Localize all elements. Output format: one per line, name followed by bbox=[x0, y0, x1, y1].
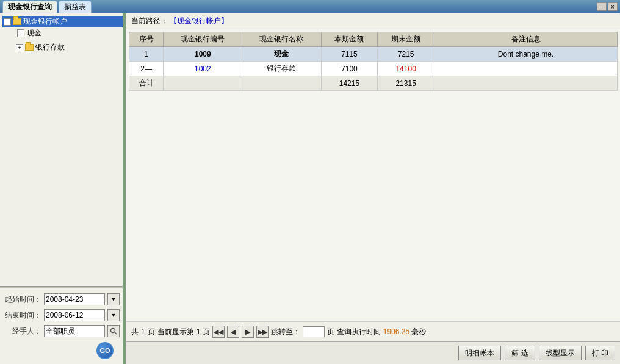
pagination-jump-input[interactable] bbox=[303, 326, 325, 337]
filter-row-end: 结束时间： ▼ bbox=[5, 309, 121, 321]
tree-node-bank[interactable]: + 银行存款 bbox=[15, 41, 123, 53]
tree-children: 现金 + 银行存款 bbox=[2, 27, 123, 53]
breadcrumb-bar: 当前路径： 【现金银行帐户】 bbox=[126, 13, 620, 29]
cell-total-current-amt: 14215 bbox=[321, 76, 378, 91]
cell-seq-2: 2— bbox=[129, 62, 164, 76]
cell-name-2: 银行存款 bbox=[242, 62, 321, 76]
cell-total-empty-code bbox=[164, 76, 242, 91]
page-prev-button[interactable]: ◀ bbox=[227, 326, 239, 338]
col-header-seq: 序号 bbox=[129, 32, 164, 47]
tree-label-cash: 现金 bbox=[27, 28, 41, 38]
folder-icon-root bbox=[12, 18, 22, 26]
doc-icon-cash bbox=[16, 29, 26, 38]
table-area: 序号 现金银行编号 现金银行名称 本期金额 期末金额 备注信息 1 1009 现… bbox=[126, 29, 620, 321]
table-row: 2— 1002 银行存款 7100 14100 bbox=[129, 62, 618, 76]
cell-total-empty-notes bbox=[434, 76, 618, 91]
cell-total-label: 合计 bbox=[129, 76, 164, 91]
pagination-current-page: 1 bbox=[196, 327, 201, 336]
cell-code-2[interactable]: 1002 bbox=[164, 62, 242, 76]
svg-line-1 bbox=[115, 332, 117, 334]
print-button[interactable]: 打 印 bbox=[585, 346, 615, 360]
tree-node-cash[interactable]: 现金 bbox=[15, 27, 123, 39]
handler-search-button[interactable] bbox=[107, 325, 120, 337]
page-next-button[interactable]: ▶ bbox=[242, 326, 254, 338]
close-button[interactable]: × bbox=[608, 2, 618, 11]
col-header-name: 现金银行名称 bbox=[242, 32, 321, 47]
detail-ledger-button[interactable]: 明细帐本 bbox=[458, 346, 501, 360]
pagination-total-text: 共 bbox=[131, 327, 139, 337]
tab-cash-bank[interactable]: 现金银行查询 bbox=[2, 1, 57, 13]
tree-label-bank: 银行存款 bbox=[35, 42, 65, 52]
title-bar: 现金银行查询 损益表 − × bbox=[0, 0, 620, 13]
filter-row-start: 起始时间： ▼ bbox=[5, 293, 121, 305]
table-header-row: 序号 现金银行编号 现金银行名称 本期金额 期末金额 备注信息 bbox=[129, 32, 618, 47]
tree-toggle-root[interactable]: - bbox=[4, 18, 11, 26]
title-tabs: 现金银行查询 损益表 bbox=[2, 1, 92, 13]
data-table: 序号 现金银行编号 现金银行名称 本期金额 期末金额 备注信息 1 1009 现… bbox=[129, 32, 618, 91]
cell-seq-1: 1 bbox=[129, 47, 164, 62]
tree-area: - 现金银行帐户 现金 + bbox=[0, 13, 126, 286]
pagination-total-pages: 1 bbox=[141, 327, 145, 336]
pagination-jump-label: 跳转至： bbox=[271, 327, 300, 337]
pagination-current-unit: 页 bbox=[203, 327, 210, 337]
page-first-button[interactable]: ◀◀ bbox=[212, 326, 225, 338]
filter-button[interactable]: 筛 选 bbox=[505, 346, 535, 360]
search-icon bbox=[110, 327, 117, 335]
tab-profit-loss[interactable]: 损益表 bbox=[59, 1, 92, 13]
handler-label: 经手人： bbox=[5, 326, 41, 337]
pagination-query-time-label: 查询执行时间 1906.25 毫秒 bbox=[337, 327, 426, 337]
folder-icon-bank bbox=[24, 43, 34, 52]
right-panel: 当前路径： 【现金银行帐户】 序号 现金银行编号 现金银行名称 本期金额 期末金… bbox=[126, 13, 620, 364]
go-button[interactable]: GO bbox=[96, 342, 114, 359]
pagination-total-unit: 页 bbox=[148, 327, 155, 337]
cell-current-amt-2: 7100 bbox=[321, 62, 378, 76]
table-row: 1 1009 现金 7115 7215 Dont change me. bbox=[129, 47, 618, 62]
line-display-button[interactable]: 线型显示 bbox=[539, 346, 582, 360]
main-container: - 现金银行帐户 现金 + bbox=[0, 13, 620, 364]
cell-name-1: 现金 bbox=[242, 47, 321, 62]
cell-notes-1: Dont change me. bbox=[434, 47, 618, 62]
col-header-notes: 备注信息 bbox=[434, 32, 618, 47]
tree-root-label: 现金银行帐户 bbox=[23, 16, 67, 27]
vertical-accent bbox=[123, 13, 126, 364]
minimize-button[interactable]: − bbox=[597, 2, 607, 11]
tree-root-node[interactable]: - 现金银行帐户 bbox=[2, 16, 123, 27]
start-time-dropdown[interactable]: ▼ bbox=[107, 293, 120, 305]
title-controls: − × bbox=[597, 2, 618, 11]
svg-point-0 bbox=[111, 329, 115, 333]
cell-total-end-amt: 21315 bbox=[378, 76, 434, 91]
pagination-bar: 共 1 页 当前显示第 1 页 ◀◀ ◀ ▶ ▶▶ 跳转至： 页 查询执行时间 … bbox=[126, 321, 620, 341]
end-time-dropdown[interactable]: ▼ bbox=[107, 309, 120, 321]
title-bar-left: 现金银行查询 损益表 bbox=[2, 1, 92, 13]
pagination-page-unit: 页 bbox=[327, 327, 334, 337]
end-time-label: 结束时间： bbox=[5, 310, 41, 321]
cell-end-amt-1: 7215 bbox=[378, 47, 434, 62]
cell-total-empty-name bbox=[242, 76, 321, 91]
filter-row-handler: 经手人： bbox=[5, 325, 121, 337]
bottom-toolbar: 明细帐本 筛 选 线型显示 打 印 bbox=[126, 341, 620, 364]
breadcrumb-prefix: 当前路径： bbox=[131, 16, 168, 25]
cell-end-amt-2: 14100 bbox=[378, 62, 434, 76]
end-time-input[interactable] bbox=[44, 309, 105, 321]
left-panel: - 现金银行帐户 现金 + bbox=[0, 13, 126, 364]
start-time-input[interactable] bbox=[44, 293, 105, 305]
col-header-current-amt: 本期金额 bbox=[321, 32, 378, 47]
cell-notes-2 bbox=[434, 62, 618, 76]
pagination-current-text: 当前显示第 bbox=[157, 327, 194, 337]
table-total-row: 合计 14215 21315 bbox=[129, 76, 618, 91]
col-header-code: 现金银行编号 bbox=[164, 32, 242, 47]
handler-input[interactable] bbox=[44, 325, 105, 337]
breadcrumb-link[interactable]: 【现金银行帐户】 bbox=[170, 16, 228, 25]
tree-toggle-bank[interactable]: + bbox=[16, 44, 23, 51]
col-header-end-amt: 期末金额 bbox=[378, 32, 434, 47]
cell-current-amt-1: 7115 bbox=[321, 47, 378, 62]
cell-code-1: 1009 bbox=[164, 47, 242, 62]
filter-area: 起始时间： ▼ 结束时间： ▼ 经手人： bbox=[0, 288, 126, 364]
page-last-button[interactable]: ▶▶ bbox=[256, 326, 269, 338]
start-time-label: 起始时间： bbox=[5, 294, 41, 305]
